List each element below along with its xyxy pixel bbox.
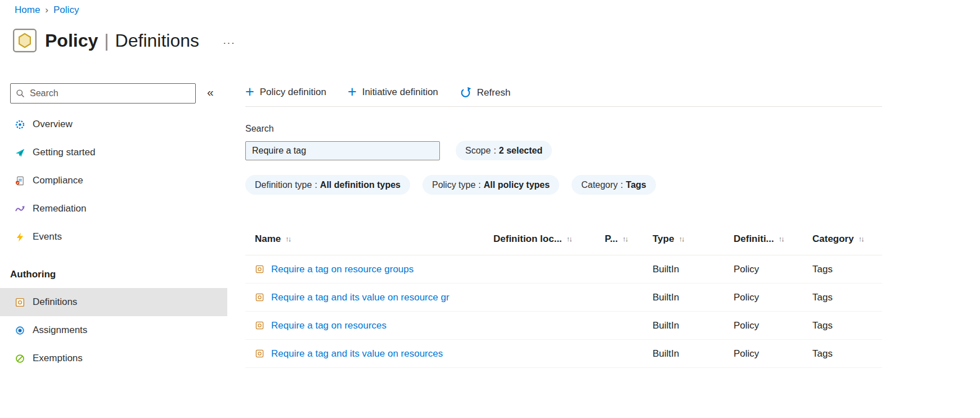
table-header-row: Name ↑↓ Definition loc... ↑↓ P... ↑↓ Typ… xyxy=(245,223,882,255)
column-label: Definition loc... xyxy=(493,233,562,245)
pill-name: Definition type xyxy=(255,180,312,190)
category-cell: Tags xyxy=(812,264,882,275)
sidebar-item-label: Definitions xyxy=(33,296,77,308)
sidebar-item-assignments[interactable]: Assignments xyxy=(0,316,227,344)
initiative-definition-button[interactable]: + Initiative definition xyxy=(348,87,438,98)
column-header-type[interactable]: Type ↑↓ xyxy=(653,233,734,245)
policy-name-link[interactable]: Require a tag and its value on resources xyxy=(271,348,443,359)
column-header-category[interactable]: Category ↑↓ xyxy=(812,233,882,245)
policy-definition-icon xyxy=(255,293,264,302)
sort-icon: ↑↓ xyxy=(285,235,290,243)
sort-icon: ↑↓ xyxy=(678,235,684,243)
column-header-definition-type[interactable]: Definiti... ↑↓ xyxy=(734,233,812,245)
type-cell: BuiltIn xyxy=(653,320,734,331)
sort-icon: ↑↓ xyxy=(858,235,864,243)
sort-icon: ↑↓ xyxy=(622,235,627,243)
remediation-icon xyxy=(15,204,25,214)
sidebar-collapse-button[interactable]: « xyxy=(205,86,216,101)
definition-type-cell: Policy xyxy=(734,292,812,303)
policy-name-link[interactable]: Require a tag on resource groups xyxy=(271,264,413,275)
name-cell: Require a tag and its value on resource … xyxy=(245,292,493,303)
sidebar-item-label: Compliance xyxy=(33,175,83,186)
sidebar-item-events[interactable]: Events xyxy=(0,223,227,251)
sidebar-item-compliance[interactable]: Compliance xyxy=(0,167,227,195)
table-row: Require a tag and its value on resources… xyxy=(245,340,882,368)
assignments-icon xyxy=(15,325,25,336)
definition-type-filter-pill[interactable]: Definition type : All definition types xyxy=(245,175,410,195)
command-label: Refresh xyxy=(477,87,511,98)
page-title-primary: Policy xyxy=(45,30,98,51)
definition-type-cell: Policy xyxy=(734,348,812,359)
plus-icon: + xyxy=(348,85,357,98)
pill-separator: : xyxy=(621,180,623,190)
policy-name-link[interactable]: Require a tag on resources xyxy=(271,320,386,331)
column-label: Name xyxy=(255,233,281,245)
command-label: Policy definition xyxy=(260,87,326,98)
pill-value: 2 selected xyxy=(499,146,542,156)
column-header-name[interactable]: Name ↑↓ xyxy=(245,233,493,245)
search-icon xyxy=(15,88,25,98)
table-row: Require a tag and its value on resource … xyxy=(245,284,882,312)
pill-value: Tags xyxy=(626,180,646,190)
name-cell: Require a tag and its value on resources xyxy=(245,348,493,359)
sort-icon: ↑↓ xyxy=(779,235,784,243)
sidebar: « Overview Getting started Compliance Re… xyxy=(0,79,227,372)
sidebar-item-label: Getting started xyxy=(33,147,96,158)
sidebar-item-definitions[interactable]: Definitions xyxy=(0,288,227,316)
policy-definition-button[interactable]: + Policy definition xyxy=(245,87,326,98)
sort-icon: ↑↓ xyxy=(567,235,572,243)
pill-separator: : xyxy=(478,180,480,190)
plus-icon: + xyxy=(245,85,254,98)
sidebar-item-label: Overview xyxy=(33,119,73,130)
breadcrumb: Home › Policy xyxy=(15,5,79,16)
breadcrumb-home-link[interactable]: Home xyxy=(15,5,40,16)
page-title-secondary: Definitions xyxy=(115,30,199,51)
sidebar-item-overview[interactable]: Overview xyxy=(0,110,227,138)
more-options-button[interactable]: ··· xyxy=(221,32,237,49)
policy-type-filter-pill[interactable]: Policy type : All policy types xyxy=(422,175,559,195)
breadcrumb-policy-link[interactable]: Policy xyxy=(53,5,79,16)
filter-row-2: Definition type : All definition types P… xyxy=(245,175,882,195)
table-row: Require a tag on resources BuiltIn Polic… xyxy=(245,312,882,340)
exemptions-icon xyxy=(15,353,25,364)
pill-value: All policy types xyxy=(484,180,550,190)
breadcrumb-chevron-icon: › xyxy=(45,5,48,16)
sidebar-item-label: Exemptions xyxy=(33,353,83,364)
refresh-button[interactable]: Refresh xyxy=(460,87,511,98)
policy-definition-icon xyxy=(255,264,264,274)
pill-name: Category xyxy=(581,180,618,190)
sidebar-section-authoring: Authoring xyxy=(0,251,227,288)
category-cell: Tags xyxy=(812,348,882,359)
category-cell: Tags xyxy=(812,292,882,303)
sidebar-search-box xyxy=(10,83,196,104)
definitions-table: Name ↑↓ Definition loc... ↑↓ P... ↑↓ Typ… xyxy=(245,223,882,368)
refresh-icon xyxy=(460,87,471,98)
column-header-p[interactable]: P... ↑↓ xyxy=(605,233,653,245)
column-header-definition-location[interactable]: Definition loc... ↑↓ xyxy=(493,233,605,245)
definitions-search-input[interactable] xyxy=(245,141,440,160)
type-cell: BuiltIn xyxy=(653,292,734,303)
policy-definition-icon xyxy=(255,321,264,330)
sidebar-search-input[interactable] xyxy=(10,83,196,104)
sidebar-item-exemptions[interactable]: Exemptions xyxy=(0,344,227,372)
type-cell: BuiltIn xyxy=(653,348,734,359)
sidebar-item-remediation[interactable]: Remediation xyxy=(0,195,227,223)
scope-filter-pill[interactable]: Scope : 2 selected xyxy=(456,141,552,160)
command-label: Initiative definition xyxy=(362,87,438,98)
column-label: Category xyxy=(812,233,854,245)
name-cell: Require a tag on resources xyxy=(245,320,493,331)
pill-value: All definition types xyxy=(320,180,401,190)
policy-page-icon xyxy=(12,28,37,53)
definition-type-cell: Policy xyxy=(734,320,812,331)
page-title-separator: | xyxy=(104,30,109,51)
compliance-icon xyxy=(15,176,25,186)
pill-separator: : xyxy=(493,146,496,156)
type-cell: BuiltIn xyxy=(653,264,734,275)
sidebar-item-label: Remediation xyxy=(33,203,86,214)
category-filter-pill[interactable]: Category : Tags xyxy=(572,175,656,195)
name-cell: Require a tag on resource groups xyxy=(245,264,493,275)
policy-name-link[interactable]: Require a tag and its value on resource … xyxy=(271,292,449,303)
title-bar: Policy | Definitions ··· xyxy=(12,28,237,53)
main-content: + Policy definition + Initiative definit… xyxy=(245,79,882,368)
sidebar-item-getting-started[interactable]: Getting started xyxy=(0,138,227,167)
